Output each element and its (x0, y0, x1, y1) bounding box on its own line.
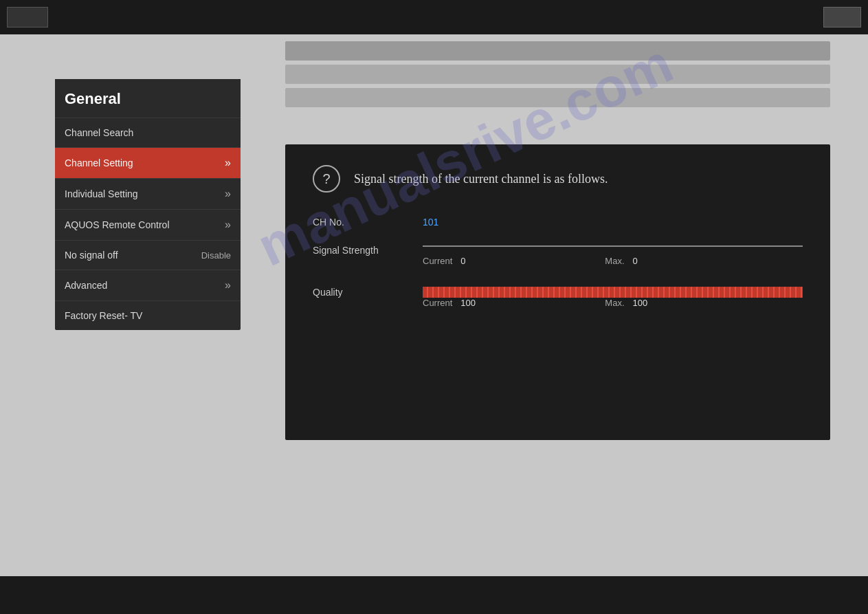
sidebar-item-channel-setting[interactable]: Channel Setting » (55, 147, 241, 178)
quality-current-value: 100 (460, 298, 481, 308)
factory-reset-label: Factory Reset- TV (65, 310, 142, 321)
signal-max-stat: Max. 0 (605, 256, 653, 266)
quality-max-value: 100 (633, 298, 654, 308)
ch-row: CH No. 101 (313, 217, 803, 228)
signal-max-value: 0 (633, 256, 654, 266)
quality-stats-row: Current 100 Max. 100 (313, 298, 803, 308)
channel-setting-label: Channel Setting (65, 157, 133, 168)
main-panel: ? Signal strength of the current channel… (285, 144, 830, 440)
quality-label: Quality (313, 287, 423, 298)
channel-setting-arrow: » (225, 157, 231, 169)
aquos-remote-arrow: » (225, 219, 231, 231)
signal-stats-row: Current 0 Max. 0 (313, 256, 803, 266)
quality-bar-container (423, 287, 803, 298)
sidebar-item-individual-setting[interactable]: Individual Setting » (55, 178, 241, 209)
logo (7, 7, 48, 28)
signal-strength-label: Signal Strength (313, 245, 423, 256)
question-icon: ? (313, 165, 340, 193)
content-area: General Channel Search Channel Setting »… (0, 34, 868, 576)
sidebar: General Channel Search Channel Setting »… (55, 79, 241, 330)
sidebar-item-channel-search[interactable]: Channel Search (55, 118, 241, 147)
signal-max-label: Max. (605, 256, 624, 266)
ch-label: CH No. (313, 217, 423, 228)
quality-max-label: Max. (605, 298, 624, 308)
top-bar-button[interactable] (823, 7, 861, 28)
info-grid: Signal Strength Current 0 Max. 0 (313, 245, 803, 308)
header-bar-2 (285, 65, 830, 84)
header-bar-1 (285, 41, 830, 61)
individual-setting-arrow: » (225, 188, 231, 200)
no-signal-off-label: No signal off (65, 250, 118, 261)
sidebar-item-aquos-remote[interactable]: AQUOS Remote Control » (55, 209, 241, 240)
no-signal-off-value: Disable (201, 250, 231, 261)
quality-current-stat: Current 100 (423, 298, 481, 308)
signal-line (423, 245, 803, 247)
signal-current-value: 0 (460, 256, 481, 266)
quality-current-label: Current (423, 298, 452, 308)
signal-current-stat: Current 0 (423, 256, 481, 266)
signal-strength-row: Signal Strength (313, 245, 803, 256)
ch-value: 101 (423, 217, 438, 228)
quality-bar (423, 287, 803, 298)
signal-bar-container (423, 245, 803, 255)
header-bars (285, 41, 830, 111)
bottom-bar (0, 576, 868, 614)
advanced-arrow: » (225, 279, 231, 292)
signal-current-label: Current (423, 256, 452, 266)
panel-header-text: Signal strength of the current channel i… (354, 172, 608, 186)
signal-strength-section: Signal Strength Current 0 Max. 0 (313, 245, 803, 266)
sidebar-item-advanced[interactable]: Advanced » (55, 270, 241, 300)
advanced-label: Advanced (65, 280, 107, 291)
channel-search-label: Channel Search (65, 127, 133, 138)
quality-section: Quality Current 100 Max. 100 (313, 287, 803, 308)
top-bar (0, 0, 868, 34)
sidebar-item-no-signal-off[interactable]: No signal off Disable (55, 240, 241, 270)
quality-row: Quality (313, 287, 803, 298)
sidebar-title: General (55, 79, 241, 118)
individual-setting-label: Individual Setting (65, 188, 138, 199)
panel-header: ? Signal strength of the current channel… (313, 165, 803, 193)
quality-max-stat: Max. 100 (605, 298, 653, 308)
header-bar-3 (285, 88, 830, 107)
sidebar-item-factory-reset[interactable]: Factory Reset- TV (55, 300, 241, 330)
aquos-remote-label: AQUOS Remote Control (65, 219, 170, 230)
